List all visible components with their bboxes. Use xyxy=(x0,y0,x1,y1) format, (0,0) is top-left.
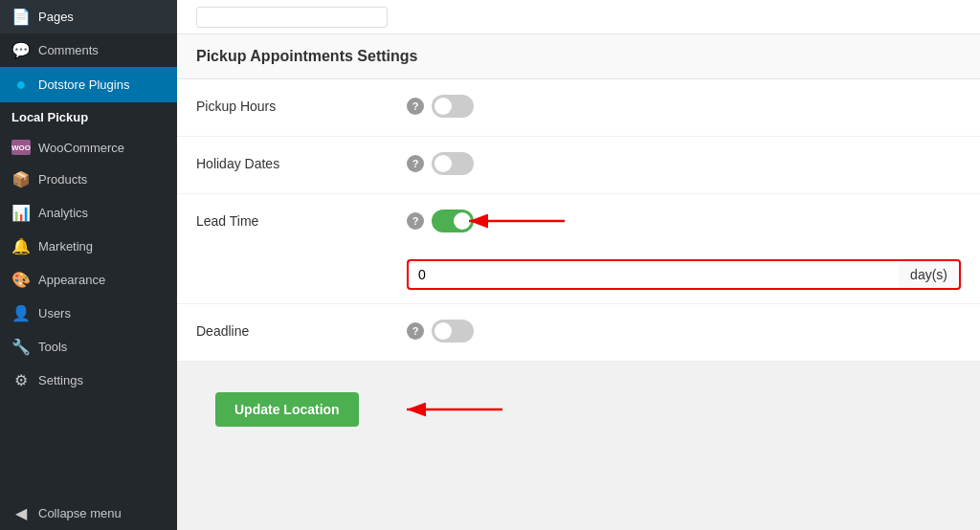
action-bar: Update Location xyxy=(177,362,980,457)
sidebar-item-label: Dotstore Plugins xyxy=(38,77,129,92)
comments-icon: 💬 xyxy=(11,41,31,59)
main-content: Pickup Appointments Settings Pickup Hour… xyxy=(177,0,980,530)
lead-time-value-input[interactable] xyxy=(407,259,899,290)
collapse-icon: ◀ xyxy=(11,504,31,522)
deadline-slider xyxy=(432,320,474,342)
sidebar: 📄 Pages 💬 Comments ● Dotstore Plugins Lo… xyxy=(0,0,177,530)
lead-time-section: Lead Time ? xyxy=(177,194,980,304)
sidebar-item-label: Tools xyxy=(38,340,67,354)
sidebar-item-analytics[interactable]: 📊 Analytics xyxy=(0,196,177,230)
sidebar-item-woocommerce[interactable]: WOO WooCommerce xyxy=(0,132,177,163)
tools-icon: 🔧 xyxy=(11,338,31,356)
deadline-toggle[interactable] xyxy=(432,320,474,342)
sidebar-item-users[interactable]: 👤 Users xyxy=(0,297,177,330)
lead-time-arrow xyxy=(459,208,574,234)
sidebar-item-dotstore[interactable]: ● Dotstore Plugins xyxy=(0,67,177,102)
sidebar-item-label: Analytics xyxy=(38,206,88,220)
holiday-dates-toggle[interactable] xyxy=(432,152,474,175)
sidebar-item-label: Appearance xyxy=(38,273,105,287)
sidebar-item-label: WooCommerce xyxy=(38,141,124,155)
marketing-icon: 🔔 xyxy=(11,237,31,255)
lead-time-control: ? xyxy=(407,210,961,232)
sidebar-item-label: Marketing xyxy=(38,239,93,254)
appearance-icon: 🎨 xyxy=(11,271,31,289)
sidebar-item-collapse[interactable]: ◀ Collapse menu xyxy=(0,497,177,530)
pickup-hours-control: ? xyxy=(407,95,961,118)
holiday-dates-slider xyxy=(432,152,474,175)
sidebar-item-label: Users xyxy=(38,306,71,320)
lead-time-input-area: day(s) xyxy=(177,252,980,303)
pickup-hours-toggle[interactable] xyxy=(432,95,474,118)
sidebar-item-products[interactable]: 📦 Products xyxy=(0,163,177,196)
section-title: Pickup Appointments Settings xyxy=(196,48,961,65)
pages-icon: 📄 xyxy=(11,8,31,26)
settings-container: Pickup Hours ? Holiday Dates ? xyxy=(177,79,980,362)
products-icon: 📦 xyxy=(11,170,31,188)
lead-time-help-icon[interactable]: ? xyxy=(407,212,424,230)
deadline-label: Deadline xyxy=(196,320,407,339)
sidebar-item-label: Comments xyxy=(38,43,99,57)
deadline-row: Deadline ? xyxy=(177,304,980,362)
holiday-dates-label: Holiday Dates xyxy=(196,152,407,171)
pickup-hours-row: Pickup Hours ? xyxy=(177,79,980,137)
analytics-icon: 📊 xyxy=(11,204,31,222)
lead-time-row: Lead Time ? xyxy=(177,194,980,252)
lead-time-label: Lead Time xyxy=(196,210,407,229)
sidebar-item-label: Pages xyxy=(38,10,74,24)
local-pickup-section-label: Local Pickup xyxy=(0,102,177,132)
deadline-help-icon[interactable]: ? xyxy=(407,322,424,340)
settings-icon: ⚙ xyxy=(11,371,31,389)
users-icon: 👤 xyxy=(11,304,31,322)
woocommerce-icon: WOO xyxy=(11,140,31,155)
pickup-hours-label: Pickup Hours xyxy=(196,95,407,114)
sidebar-item-tools[interactable]: 🔧 Tools xyxy=(0,330,177,364)
holiday-dates-control: ? xyxy=(407,152,961,175)
sidebar-item-marketing[interactable]: 🔔 Marketing xyxy=(0,230,177,263)
update-location-button[interactable]: Update Location xyxy=(215,392,359,427)
sidebar-item-settings[interactable]: ⚙ Settings xyxy=(0,364,177,397)
days-unit-label: day(s) xyxy=(899,259,961,290)
update-arrow xyxy=(397,396,512,423)
section-header: Pickup Appointments Settings xyxy=(177,34,980,79)
deadline-control: ? xyxy=(407,320,961,342)
holiday-dates-help-icon[interactable]: ? xyxy=(407,155,424,172)
sidebar-item-label: Settings xyxy=(38,373,83,387)
sidebar-item-comments[interactable]: 💬 Comments xyxy=(0,33,177,67)
sidebar-item-label: Collapse menu xyxy=(38,506,122,520)
pickup-hours-help-icon[interactable]: ? xyxy=(407,98,424,115)
sidebar-item-pages[interactable]: 📄 Pages xyxy=(0,0,177,33)
sidebar-item-appearance[interactable]: 🎨 Appearance xyxy=(0,263,177,297)
holiday-dates-row: Holiday Dates ? xyxy=(177,137,980,194)
pickup-hours-slider xyxy=(432,95,474,118)
sidebar-item-label: Products xyxy=(38,172,87,187)
dotstore-icon: ● xyxy=(11,75,31,95)
